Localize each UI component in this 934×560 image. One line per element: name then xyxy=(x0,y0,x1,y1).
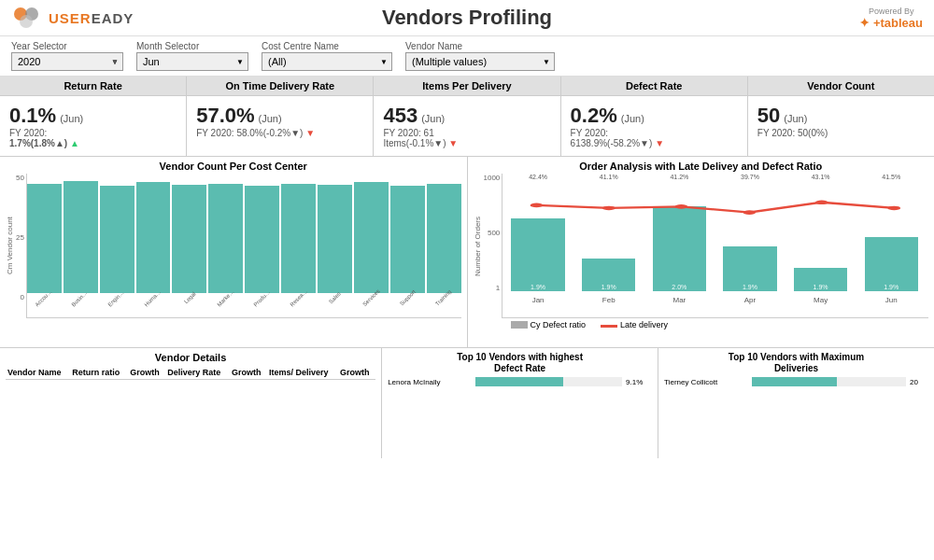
defect-label: 1.9% xyxy=(794,284,847,290)
col-items-delivery: Items/ Delivery xyxy=(267,366,338,380)
top10-defect-section: Top 10 Vendors with highestDefect Rate L… xyxy=(382,348,658,458)
vendor-count-bar[interactable] xyxy=(208,184,243,294)
y-tick-0: 0 xyxy=(20,293,23,301)
vendor-count-chart: Vendor Count Per Cost Center Cm Vendor c… xyxy=(0,157,468,347)
order-month-label: Mar xyxy=(646,296,714,304)
year-filter-group: Year Selector 2020 ▼ xyxy=(11,41,123,71)
vendor-name-filter-group: Vendor Name (Multiple values) ▼ xyxy=(405,41,555,71)
vendor-count-bar[interactable] xyxy=(27,184,62,294)
order-y-axis-label: Number of Orders xyxy=(474,174,482,318)
defect-label: 1.9% xyxy=(511,284,564,290)
late-pct-label: 43.1% xyxy=(787,174,855,180)
vendor-details-table: Vendor Name Return ratio Growth Delivery… xyxy=(6,366,375,380)
vendor-count-bar[interactable] xyxy=(390,186,425,293)
late-pct-label: 39.7% xyxy=(716,174,784,180)
month-filter-group: Month Selector Jun ▼ xyxy=(136,41,248,71)
vendor-count-bar[interactable] xyxy=(172,185,206,293)
logo-text: USEREADY xyxy=(49,10,134,26)
vendor-count-fy: FY 2020: 50(0%) xyxy=(757,128,925,138)
kpi-defect-rate-header: Defect Rate xyxy=(561,77,747,96)
tableau-badge: Powered By ✦ +tableau xyxy=(859,7,923,30)
defect-label: 1.9% xyxy=(865,284,918,290)
late-pct-label: 42.4% xyxy=(504,174,572,180)
order-bar[interactable]: 1.9% xyxy=(865,237,918,291)
vendor-count-bar[interactable] xyxy=(100,186,134,293)
order-analysis-chart: Order Analysis with Late Delivey and Def… xyxy=(468,157,935,347)
order-bar[interactable]: 2.0% xyxy=(653,206,706,291)
col-growth-3: Growth xyxy=(338,366,375,380)
top10-defect-bar xyxy=(475,377,563,386)
order-month-label: Feb xyxy=(575,296,643,304)
order-month-label: Apr xyxy=(716,296,784,304)
items-period: (Jun) xyxy=(421,113,445,124)
logo-icon xyxy=(11,1,45,35)
items-value: 453 xyxy=(383,104,417,128)
logo: USEREADY xyxy=(11,1,134,35)
order-bar[interactable]: 1.9% xyxy=(511,218,564,291)
month-selector[interactable]: Jun xyxy=(136,52,248,71)
vendor-count-bar[interactable] xyxy=(281,184,316,294)
top10-defect-bar-wrap xyxy=(475,377,622,386)
vendor-name-selector[interactable]: (Multiple values) xyxy=(405,52,555,71)
late-delivery-legend: Late delivery xyxy=(601,320,668,329)
year-selector[interactable]: 2020 xyxy=(11,52,123,71)
kpi-on-time-delivery: On Time Delivery Rate 57.0% (Jun) FY 202… xyxy=(187,77,374,156)
cost-centre-selector[interactable]: (All) xyxy=(262,52,392,71)
cost-centre-filter-label: Cost Centre Name xyxy=(262,41,392,51)
order-bar[interactable]: 1.9% xyxy=(723,246,776,291)
return-rate-period: (Jun) xyxy=(60,113,83,124)
vendor-count-bar[interactable] xyxy=(427,184,461,294)
defect-label: 1.9% xyxy=(582,284,635,290)
defect-label: 2.0% xyxy=(653,284,706,290)
kpi-on-time-delivery-header: On Time Delivery Rate xyxy=(187,77,373,96)
vendor-count-bar[interactable] xyxy=(318,185,352,293)
order-y-tick-1000: 1000 xyxy=(484,174,501,182)
top10-defect-row: Lenora McInally 9.1% xyxy=(388,377,652,386)
late-pct-label: 41.5% xyxy=(857,174,925,180)
defect-fy: FY 2020: 6138.9%(-58.2%▼) ▼ xyxy=(571,128,738,148)
vendor-count-value: 50 xyxy=(757,104,780,128)
vendor-count-bar[interactable] xyxy=(64,181,98,293)
year-filter-label: Year Selector xyxy=(11,41,123,51)
order-bar[interactable]: 1.9% xyxy=(794,268,847,291)
kpi-vendor-count: Vendor Count 50 (Jun) FY 2020: 50(0%) xyxy=(748,77,934,156)
vendor-count-bar[interactable] xyxy=(136,182,171,293)
vendor-name-filter-label: Vendor Name xyxy=(405,41,555,51)
top10-defect-title: Top 10 Vendors with highestDefect Rate xyxy=(388,352,652,374)
defect-label: 1.9% xyxy=(723,284,776,290)
order-y-tick-500: 500 xyxy=(488,229,500,237)
order-y-tick-0: 1 xyxy=(496,284,500,292)
vendor-count-chart-title: Vendor Count Per Cost Center xyxy=(6,161,461,172)
kpi-return-rate-header: Return Rate xyxy=(0,77,186,96)
defect-legend: Cy Defect ratio xyxy=(511,320,587,329)
top10-defect-value: 9.1% xyxy=(626,378,652,386)
col-vendor-name: Vendor Name xyxy=(6,366,70,380)
top10-delivery-value: 20 xyxy=(910,378,928,386)
on-time-fy: FY 2020: 58.0%(-0.2%▼) ▼ xyxy=(196,128,363,138)
kpi-items-per-delivery-header: Items Per Delivery xyxy=(374,77,559,96)
vendor-count-bar[interactable] xyxy=(245,186,279,293)
top10-delivery-title: Top 10 Vendors with MaximumDeliveries xyxy=(664,352,928,374)
defect-value: 0.2% xyxy=(571,104,617,128)
col-growth-2: Growth xyxy=(230,366,267,380)
kpi-defect-rate: Defect Rate 0.2% (Jun) FY 2020: 6138.9%(… xyxy=(561,77,748,156)
order-month-label: May xyxy=(787,296,855,304)
items-fy: FY 2020: 61 Items(-0.1%▼) ▼ xyxy=(383,128,550,148)
late-pct-label: 41.2% xyxy=(646,174,714,180)
cost-centre-filter-group: Cost Centre Name (All) ▼ xyxy=(262,41,392,71)
vendor-details-section: Vendor Details Vendor Name Return ratio … xyxy=(0,348,382,458)
col-growth-1: Growth xyxy=(128,366,165,380)
top10-delivery-bar xyxy=(752,377,837,386)
vendor-details-title: Vendor Details xyxy=(6,352,375,363)
kpi-vendor-count-header: Vendor Count xyxy=(748,77,934,96)
col-return-ratio: Return ratio xyxy=(70,366,128,380)
order-analysis-title: Order Analysis with Late Delivey and Def… xyxy=(474,161,929,172)
vendor-count-period: (Jun) xyxy=(784,113,807,124)
svg-point-2 xyxy=(20,15,33,28)
powered-by-label: Powered By xyxy=(859,7,923,16)
late-pct-label: 41.1% xyxy=(575,174,643,180)
top10-delivery-section: Top 10 Vendors with MaximumDeliveries Ti… xyxy=(658,348,934,458)
order-bar[interactable]: 1.9% xyxy=(582,259,635,291)
top10-delivery-row: Tierney Collicott 20 xyxy=(664,377,928,386)
vendor-count-bar[interactable] xyxy=(354,182,389,293)
